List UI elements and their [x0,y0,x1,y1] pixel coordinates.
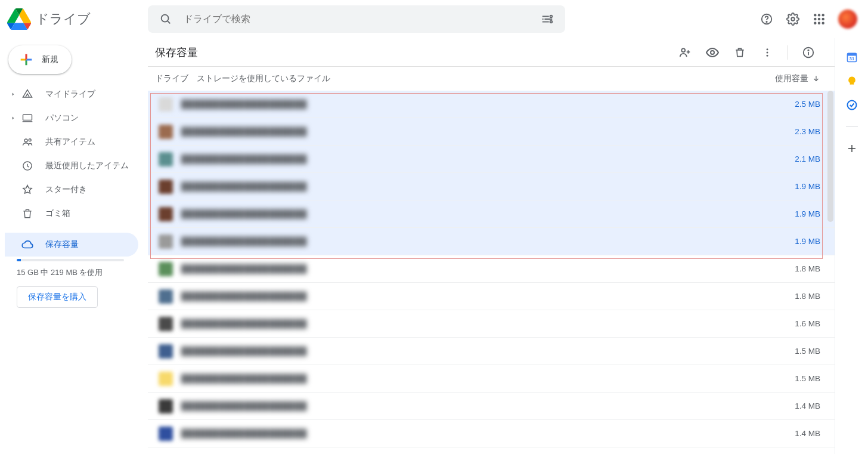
file-name: ████████████████████ [181,264,743,273]
file-size: 1.4 MB [743,429,820,438]
svg-point-7 [814,14,816,16]
file-size: 2.5 MB [743,100,820,109]
file-name: ████████████████████ [181,155,743,163]
file-thumbnail [159,180,173,194]
file-size: 1.6 MB [743,319,820,328]
svg-point-14 [818,21,820,24]
file-thumbnail [159,97,173,112]
svg-point-21 [711,51,714,54]
plus-icon [18,51,35,68]
sidebar-item-computer[interactable]: パソコン [5,106,138,130]
file-row[interactable]: ████████████████████1.4 MB [148,393,835,420]
avatar[interactable] [838,10,857,29]
file-size: 1.8 MB [743,292,820,301]
file-thumbnail [159,344,173,359]
svg-point-3 [550,21,553,23]
search-options-icon[interactable] [535,7,559,31]
svg-rect-31 [850,85,853,86]
scrollbar[interactable] [826,91,835,449]
sidebar-item-label: ゴミ箱 [45,208,70,219]
search-icon[interactable] [154,7,178,31]
brand[interactable]: ドライブ [7,7,148,31]
file-name: ████████████████████ [181,127,743,136]
file-thumbnail [159,317,173,331]
sidebar-item-shared[interactable]: 共有アイテム [5,130,138,154]
svg-point-8 [818,14,820,16]
file-row[interactable]: ████████████████████1.8 MB [148,283,835,310]
apps-grid-icon[interactable] [807,7,831,31]
file-name: ████████████████████ [181,374,743,383]
file-thumbnail [159,207,173,221]
file-thumbnail [159,234,173,249]
svg-point-12 [822,18,824,20]
svg-point-13 [814,21,816,24]
svg-point-23 [767,51,768,53]
file-name: ████████████████████ [181,292,743,301]
col-size[interactable]: 使用容量 [743,73,820,84]
delete-icon[interactable] [728,41,752,64]
file-row[interactable]: ████████████████████1.9 MB [148,228,835,255]
sidebar-item-label: パソコン [45,113,79,123]
keep-app-icon[interactable] [846,75,858,87]
sidebar-item-recent[interactable]: 最近使用したアイテム [5,154,138,178]
search-input[interactable] [184,14,529,24]
file-row[interactable]: ████████████████████2.3 MB [148,118,835,146]
file-row[interactable]: ████████████████████1.6 MB [148,310,835,338]
buy-storage-button[interactable]: 保存容量を購入 [17,286,98,308]
sidebar-item-trash[interactable]: ゴミ箱 [5,202,138,226]
file-row[interactable]: ████████████████████1.9 MB [148,173,835,200]
sidebar-item-label: マイドライブ [45,89,95,100]
file-size: 2.1 MB [743,155,820,163]
sidebar-item-star[interactable]: スター付き [5,178,138,202]
add-app-icon[interactable] [846,143,858,155]
col-name: ドライブ ストレージを使用しているファイル [155,73,743,84]
settings-icon[interactable] [781,7,805,31]
svg-point-10 [814,18,816,20]
arrow-down-icon [812,75,820,83]
file-name: ████████████████████ [181,237,743,246]
svg-point-17 [24,139,27,142]
file-size: 1.8 MB [743,264,820,273]
file-name: ████████████████████ [181,429,743,438]
new-button[interactable]: 新規 [8,45,72,74]
file-row[interactable]: ████████████████████2.1 MB [148,146,835,173]
computer-icon [19,112,36,124]
file-size: 1.9 MB [743,182,820,191]
file-size: 1.5 MB [743,347,820,356]
sidebar-item-label: 共有アイテム [45,137,95,147]
file-row[interactable]: ████████████████████1.5 MB [148,365,835,393]
svg-point-0 [162,15,169,22]
more-vert-icon[interactable] [755,41,779,64]
file-thumbnail [159,125,173,139]
file-row[interactable]: ████████████████████1.9 MB [148,200,835,228]
nav: マイドライブパソコン共有アイテム最近使用したアイテムスター付きゴミ箱保存容量 [5,82,143,257]
file-row[interactable]: ████████████████████1.4 MB [148,420,835,447]
new-button-label: 新規 [42,54,58,65]
sidebar: 新規 マイドライブパソコン共有アイテム最近使用したアイテムスター付きゴミ箱保存容… [0,38,148,454]
svg-point-22 [767,48,768,50]
trash-icon [19,208,36,220]
file-row[interactable]: ████████████████████2.5 MB [148,91,835,118]
file-row[interactable]: ████████████████████1.5 MB [148,338,835,365]
sidebar-item-mydrive[interactable]: マイドライブ [5,82,138,106]
search-box[interactable] [148,5,565,33]
tasks-app-icon[interactable] [846,99,858,111]
chevron-right-icon [10,91,17,97]
mydrive-icon [19,88,36,100]
sidebar-item-cloud[interactable]: 保存容量 [5,233,138,257]
file-list: ████████████████████2.5 MB██████████████… [148,91,835,449]
svg-point-27 [808,50,808,50]
file-row[interactable]: ████████████████████1.8 MB [148,255,835,283]
svg-text:31: 31 [849,56,854,61]
file-thumbnail [159,152,173,166]
file-name: ████████████████████ [181,100,743,109]
preview-icon[interactable] [700,41,724,64]
help-icon[interactable] [755,7,779,31]
sidebar-item-label: 保存容量 [45,239,79,250]
calendar-app-icon[interactable]: 31 [846,51,858,63]
file-size: 1.5 MB [743,374,820,383]
info-icon[interactable] [796,41,820,64]
svg-point-18 [29,139,31,141]
star-icon [19,184,36,196]
share-icon[interactable] [673,41,697,64]
